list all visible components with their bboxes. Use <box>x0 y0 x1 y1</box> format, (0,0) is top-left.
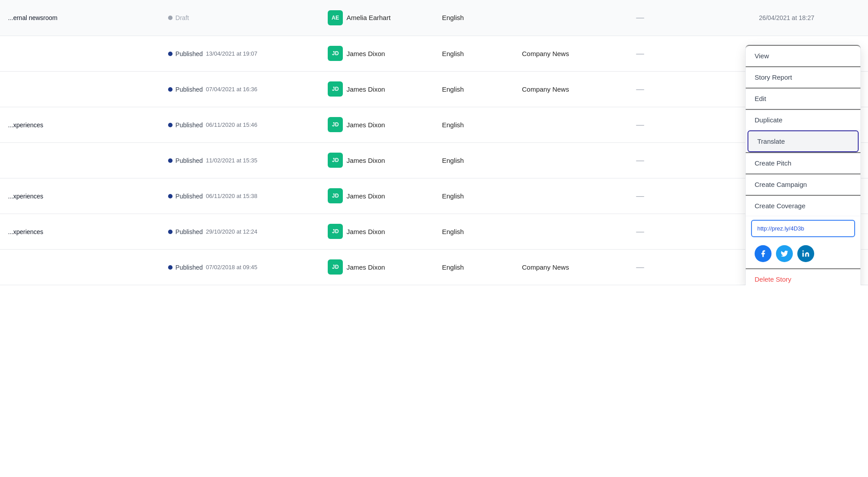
author-name: James Dixon <box>346 85 385 93</box>
extra-dash: — <box>636 156 644 165</box>
table-row: ...xperiencesPublished 29/10/2020 at 12:… <box>0 214 868 249</box>
topic-cell: Company News <box>522 85 569 93</box>
author-name: Amelia Earhart <box>346 14 390 21</box>
stories-table: ...ernal newsroomDraft AE Amelia Earhart… <box>0 0 868 285</box>
status-cell: Published 13/04/2021 at 19:07 <box>168 50 257 57</box>
delete-story-button[interactable]: Delete Story <box>746 268 860 285</box>
author-cell: JD James Dixon <box>328 259 426 275</box>
status-dot <box>168 16 173 20</box>
table-row: ...xperiencesPublished 06/11/2020 at 15:… <box>0 178 868 214</box>
author-cell: JD James Dixon <box>328 153 426 168</box>
row-title: ...xperiences <box>8 193 43 200</box>
svg-point-0 <box>803 251 804 252</box>
language-cell: English <box>442 14 464 21</box>
extra-dash: — <box>636 49 644 58</box>
language-cell: English <box>442 263 464 271</box>
extra-dash: — <box>636 191 644 200</box>
menu-item-story-report[interactable]: Story Report <box>746 66 860 88</box>
context-menu: ViewStory ReportEditDuplicateTranslateCr… <box>745 44 861 285</box>
extra-dash: — <box>636 227 644 236</box>
author-cell: JD James Dixon <box>328 81 426 97</box>
status-dot <box>168 123 173 127</box>
menu-item-create-campaign[interactable]: Create Campaign <box>746 174 860 195</box>
avatar: JD <box>328 224 343 239</box>
status-dot <box>168 194 173 198</box>
social-share-row <box>746 241 860 268</box>
author-name: James Dixon <box>346 121 385 129</box>
author-name: James Dixon <box>346 157 385 164</box>
author-cell: JD James Dixon <box>328 224 426 239</box>
language-cell: English <box>442 228 464 235</box>
avatar: JD <box>328 188 343 203</box>
avatar: JD <box>328 46 343 61</box>
status-cell: Published 07/04/2021 at 16:36 <box>168 86 257 93</box>
date-value: 26/04/2021 at 18:27 <box>759 14 815 21</box>
extra-dash: — <box>636 13 644 22</box>
extra-dash: — <box>636 85 644 93</box>
extra-dash: — <box>636 120 644 129</box>
status-label: Published <box>176 86 203 93</box>
avatar: JD <box>328 153 343 168</box>
menu-item-create-pitch[interactable]: Create Pitch <box>746 152 860 174</box>
menu-item-create-coverage[interactable]: Create Coverage <box>746 195 860 216</box>
stories-table-container: ...ernal newsroomDraft AE Amelia Earhart… <box>0 0 868 285</box>
status-label: Published <box>176 157 203 164</box>
avatar: AE <box>328 10 343 25</box>
menu-item-edit[interactable]: Edit <box>746 88 860 109</box>
status-dot <box>168 158 173 163</box>
status-date: 11/02/2021 at 15:35 <box>206 157 257 164</box>
status-dot <box>168 52 173 56</box>
share-linkedin-button[interactable] <box>797 245 814 262</box>
status-label: Published <box>176 228 203 235</box>
row-title: ...ernal newsroom <box>8 14 57 21</box>
table-row: Published 07/02/2018 at 09:45 JD James D… <box>0 249 868 285</box>
status-dot <box>168 265 173 270</box>
status-date: 06/11/2020 at 15:38 <box>206 193 257 199</box>
table-row: Published 13/04/2021 at 19:07 JD James D… <box>0 36 868 71</box>
status-label: Published <box>176 193 203 200</box>
avatar: JD <box>328 117 343 132</box>
status-label: Published <box>176 264 203 271</box>
status-dot <box>168 87 173 92</box>
language-cell: English <box>442 121 464 129</box>
avatar: JD <box>328 81 343 97</box>
menu-item-view[interactable]: View <box>746 45 860 66</box>
author-cell: JD James Dixon <box>328 117 426 132</box>
status-cell: Published 06/11/2020 at 15:38 <box>168 193 257 200</box>
topic-cell: Company News <box>522 263 569 271</box>
avatar: JD <box>328 259 343 275</box>
author-cell: AE Amelia Earhart <box>328 10 426 25</box>
status-date: 06/11/2020 at 15:46 <box>206 121 257 128</box>
menu-item-translate[interactable]: Translate <box>747 130 859 152</box>
status-cell: Published 29/10/2020 at 12:24 <box>168 228 257 235</box>
status-date: 07/02/2018 at 09:45 <box>206 264 257 271</box>
topic-cell: Company News <box>522 50 569 57</box>
language-cell: English <box>442 85 464 93</box>
author-name: James Dixon <box>346 228 385 235</box>
author-cell: JD James Dixon <box>328 188 426 203</box>
story-url[interactable]: http://prez.ly/4D3b <box>751 220 855 237</box>
status-date: 29/10/2020 at 12:24 <box>206 228 257 235</box>
language-cell: English <box>442 192 464 200</box>
author-cell: JD James Dixon <box>328 46 426 61</box>
status-cell: Draft <box>168 14 189 21</box>
status-cell: Published 06/11/2020 at 15:46 <box>168 121 257 129</box>
table-row: Published 11/02/2021 at 15:35 JD James D… <box>0 142 868 178</box>
status-cell: Published 07/02/2018 at 09:45 <box>168 264 257 271</box>
row-title: ...xperiences <box>8 121 43 129</box>
share-facebook-button[interactable] <box>755 245 772 262</box>
status-label: Draft <box>176 14 189 21</box>
author-name: James Dixon <box>346 50 385 57</box>
extra-dash: — <box>636 263 644 271</box>
status-label: Published <box>176 121 203 129</box>
status-date: 07/04/2021 at 16:36 <box>206 86 257 93</box>
menu-item-duplicate[interactable]: Duplicate <box>746 109 860 130</box>
row-title: ...xperiences <box>8 228 43 235</box>
share-twitter-button[interactable] <box>776 245 793 262</box>
status-cell: Published 11/02/2021 at 15:35 <box>168 157 257 164</box>
table-row: ...ernal newsroomDraft AE Amelia Earhart… <box>0 0 868 36</box>
author-name: James Dixon <box>346 192 385 200</box>
language-cell: English <box>442 50 464 57</box>
status-label: Published <box>176 50 203 57</box>
status-dot <box>168 230 173 234</box>
